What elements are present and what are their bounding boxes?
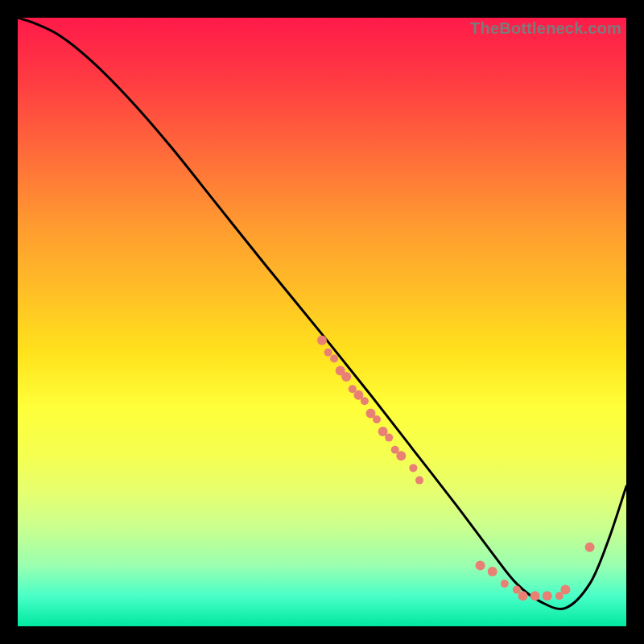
data-point-cluster-mid-8 <box>361 397 369 405</box>
data-point-cluster-low-6 <box>530 591 540 601</box>
data-point-cluster-upturn-1 <box>585 543 595 552</box>
data-point-cluster-low-7 <box>543 591 552 601</box>
data-point-cluster-low-1 <box>476 560 485 570</box>
data-point-cluster-mid-1 <box>317 336 327 345</box>
data-point-cluster-mid-12 <box>385 434 393 442</box>
bottleneck-curve <box>18 18 626 609</box>
curve-svg <box>18 18 626 626</box>
data-point-cluster-low-2 <box>488 567 497 576</box>
chart-plot-area: TheBottleneck.com <box>18 18 626 626</box>
data-point-cluster-mid-14 <box>396 451 406 460</box>
data-points-group <box>317 336 595 601</box>
data-point-cluster-mid-10 <box>373 415 381 423</box>
data-point-cluster-mid-3 <box>330 354 338 362</box>
data-point-cluster-mid-16 <box>415 477 423 485</box>
data-point-cluster-low-5 <box>518 591 528 601</box>
data-point-cluster-mid-15 <box>409 464 417 472</box>
data-point-cluster-low-3 <box>501 580 509 588</box>
data-point-cluster-low-9 <box>560 585 570 595</box>
data-point-cluster-mid-5 <box>341 372 351 382</box>
data-point-cluster-mid-2 <box>324 349 332 357</box>
chart-stage: TheBottleneck.com <box>0 0 644 644</box>
